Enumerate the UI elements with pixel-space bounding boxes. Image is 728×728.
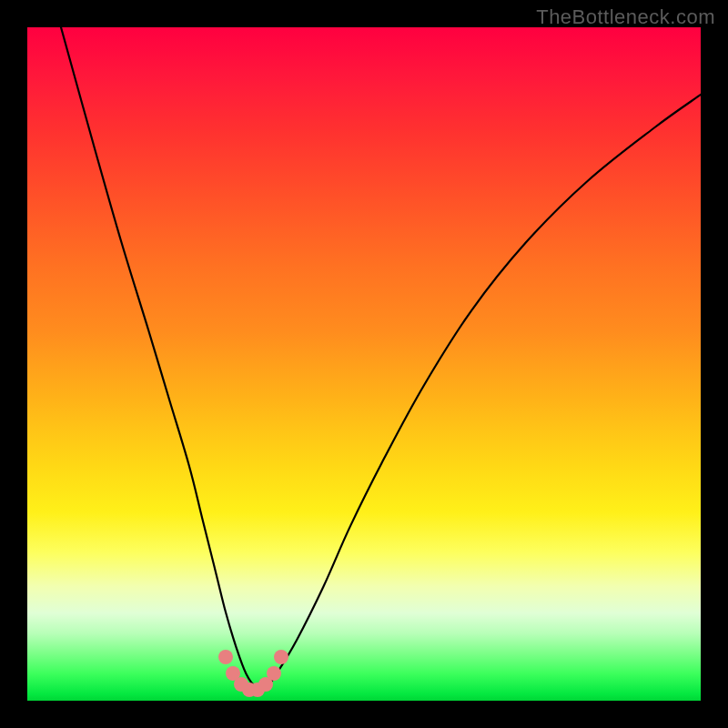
attribution-text: TheBottleneck.com <box>536 5 715 29</box>
optimum-marker <box>267 666 281 681</box>
optimum-marker <box>218 650 233 664</box>
optimum-marker <box>274 650 288 664</box>
optimum-markers <box>27 27 701 701</box>
plot-area <box>27 27 701 701</box>
chart-frame: TheBottleneck.com <box>0 0 728 728</box>
